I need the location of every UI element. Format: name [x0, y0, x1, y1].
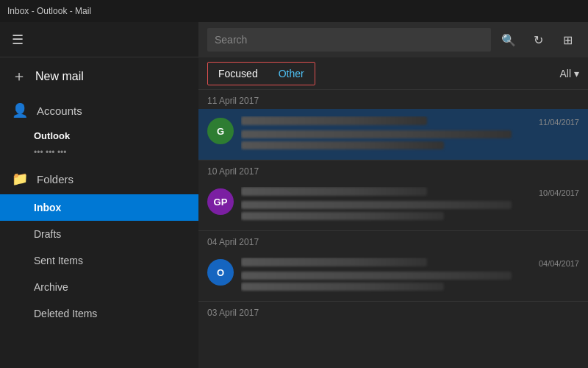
other-label: Other — [279, 68, 304, 79]
email-body: 10/04/2017 — [241, 187, 579, 223]
sidebar-item-inbox[interactable]: Inbox — [0, 194, 198, 221]
tabs-row: Focused Other All ▾ — [198, 57, 588, 90]
accounts-button[interactable]: 👤 Accounts — [0, 95, 198, 126]
sidebar-item-sent[interactable]: Sent Items — [0, 247, 198, 274]
email-header: 04/04/2017 — [241, 258, 579, 269]
search-button[interactable]: 🔍 — [497, 28, 520, 52]
avatar: G — [207, 118, 234, 144]
inbox-label: Inbox — [34, 202, 61, 213]
email-preview — [241, 212, 444, 220]
email-body: 11/04/2017 — [241, 116, 579, 152]
date-separator-1: 11 April 2017 — [198, 90, 588, 109]
chevron-down-icon: ▾ — [574, 68, 579, 79]
sidebar: ☰ ＋ New mail 👤 Accounts Outlook ••• ••• … — [0, 22, 198, 368]
email-list: 11 April 2017 G 11/04/2017 10 April 2017 — [198, 90, 588, 368]
titlebar-text: Inbox - Outlook - Mail — [7, 6, 91, 16]
person-icon: 👤 — [12, 102, 28, 118]
deleted-label: Deleted Items — [34, 308, 97, 319]
email-sender — [241, 258, 427, 266]
email-date: 11/04/2017 — [539, 118, 579, 127]
email-subject — [241, 130, 512, 138]
email-sender — [241, 116, 427, 125]
search-icon: 🔍 — [501, 33, 516, 47]
folders-button[interactable]: 📁 Folders — [0, 163, 198, 194]
avatar: GP — [207, 188, 234, 215]
all-label: All — [559, 68, 571, 79]
folder-icon: 📁 — [12, 171, 28, 187]
sidebar-top: ☰ — [0, 22, 198, 57]
avatar: O — [207, 259, 234, 286]
filter-icon: ⊞ — [563, 33, 573, 47]
email-body: 04/04/2017 — [241, 258, 579, 294]
email-date: 04/04/2017 — [539, 259, 579, 268]
drafts-label: Drafts — [34, 228, 61, 240]
date-separator-3: 04 April 2017 — [198, 231, 588, 250]
new-mail-label: New mail — [35, 70, 84, 83]
sidebar-item-drafts[interactable]: Drafts — [0, 221, 198, 247]
new-mail-icon: ＋ — [12, 66, 26, 86]
sent-label: Sent Items — [34, 255, 83, 266]
hamburger-icon[interactable]: ☰ — [12, 32, 24, 48]
email-subject — [241, 272, 512, 280]
titlebar: Inbox - Outlook - Mail — [0, 0, 588, 22]
email-header: 10/04/2017 — [241, 187, 579, 199]
sidebar-item-deleted[interactable]: Deleted Items — [0, 300, 198, 327]
email-sender — [241, 187, 427, 196]
date-separator-4: 03 April 2017 — [198, 302, 588, 321]
email-subject — [241, 201, 512, 209]
filter-button[interactable]: ⊞ — [556, 28, 579, 52]
email-header: 11/04/2017 — [241, 116, 579, 128]
email-row[interactable]: G 11/04/2017 — [198, 109, 588, 160]
email-preview — [241, 141, 444, 149]
folders-label: Folders — [37, 173, 74, 185]
outlook-label: Outlook — [0, 126, 198, 146]
main-content: 🔍 ↻ ⊞ Focused Other All ▾ — [198, 22, 588, 368]
accounts-label: Accounts — [37, 105, 82, 117]
focus-tabs: Focused Other — [207, 62, 315, 85]
app-container: ☰ ＋ New mail 👤 Accounts Outlook ••• ••• … — [0, 22, 588, 368]
sidebar-item-archive[interactable]: Archive — [0, 274, 198, 300]
refresh-button[interactable]: ↻ — [526, 28, 550, 52]
email-date: 10/04/2017 — [539, 188, 579, 197]
all-dropdown[interactable]: All ▾ — [559, 68, 579, 79]
archive-label: Archive — [34, 281, 68, 293]
focused-label: Focused — [218, 68, 258, 79]
email-row[interactable]: GP 10/04/2017 — [198, 180, 588, 231]
date-separator-2: 10 April 2017 — [198, 160, 588, 180]
search-input[interactable] — [207, 28, 491, 52]
outlook-email: ••• ••• ••• — [0, 146, 198, 163]
refresh-icon: ↻ — [534, 33, 543, 47]
email-row[interactable]: O 04/04/2017 — [198, 250, 588, 302]
email-preview — [241, 283, 444, 291]
tab-focused[interactable]: Focused — [208, 63, 268, 85]
topbar: 🔍 ↻ ⊞ — [198, 22, 588, 57]
tab-other[interactable]: Other — [268, 63, 315, 85]
new-mail-button[interactable]: ＋ New mail — [0, 57, 198, 95]
